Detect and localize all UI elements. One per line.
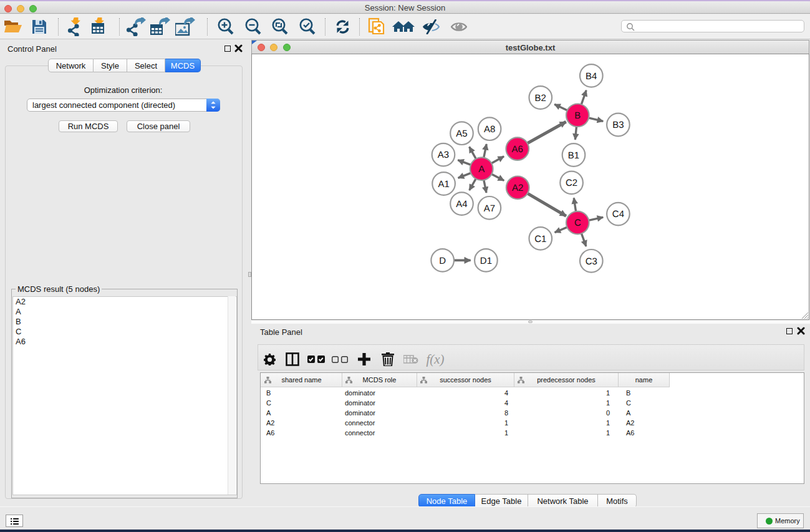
svg-text:B4: B4 [586,71,597,82]
svg-text:A: A [478,164,485,175]
svg-text:B1: B1 [568,150,579,161]
svg-text:D: D [439,256,446,266]
svg-text:B: B [574,110,581,121]
svg-text:C3: C3 [586,256,597,267]
svg-text:A6: A6 [512,144,523,155]
svg-text:B2: B2 [535,93,546,104]
svg-text:B3: B3 [612,120,624,130]
svg-text:C2: C2 [566,178,577,188]
svg-text:A5: A5 [456,128,467,139]
svg-text:A8: A8 [484,124,495,135]
svg-text:A4: A4 [456,199,467,210]
svg-text:A1: A1 [438,179,449,190]
svg-text:D1: D1 [480,256,492,266]
svg-text:C4: C4 [612,209,624,220]
svg-text:A3: A3 [438,150,449,160]
svg-text:C1: C1 [534,234,546,244]
svg-text:A7: A7 [484,203,495,214]
svg-text:A2: A2 [512,183,523,193]
svg-text:C: C [574,218,581,228]
